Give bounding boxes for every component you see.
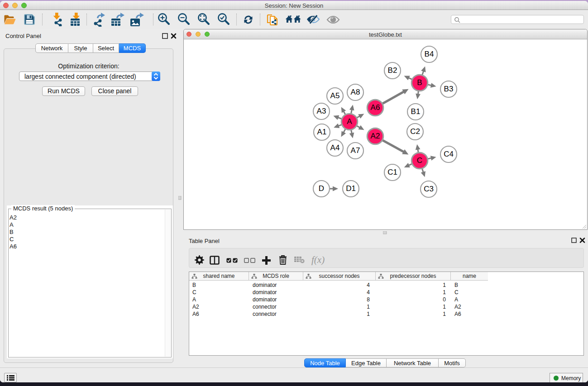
svg-text:A5: A5: [330, 91, 340, 100]
svg-text:D: D: [319, 184, 324, 193]
svg-text:B4: B4: [425, 50, 434, 58]
svg-text:A6: A6: [371, 103, 380, 112]
svg-text:A7: A7: [351, 146, 360, 155]
svg-text:A2: A2: [371, 132, 380, 140]
svg-text:A: A: [347, 117, 352, 126]
svg-text:C3: C3: [424, 185, 434, 193]
svg-text:B3: B3: [444, 85, 454, 93]
svg-text:A1: A1: [317, 128, 327, 136]
svg-text:A4: A4: [330, 143, 340, 152]
svg-text:A3: A3: [317, 107, 326, 115]
svg-text:B2: B2: [388, 66, 397, 75]
svg-text:B: B: [417, 78, 422, 87]
svg-text:A8: A8: [351, 88, 360, 96]
svg-text:B1: B1: [411, 107, 421, 116]
svg-text:D1: D1: [346, 184, 356, 193]
svg-text:C4: C4: [444, 150, 454, 158]
svg-text:C2: C2: [410, 127, 420, 136]
svg-text:C: C: [417, 156, 422, 165]
svg-text:C1: C1: [387, 168, 397, 176]
